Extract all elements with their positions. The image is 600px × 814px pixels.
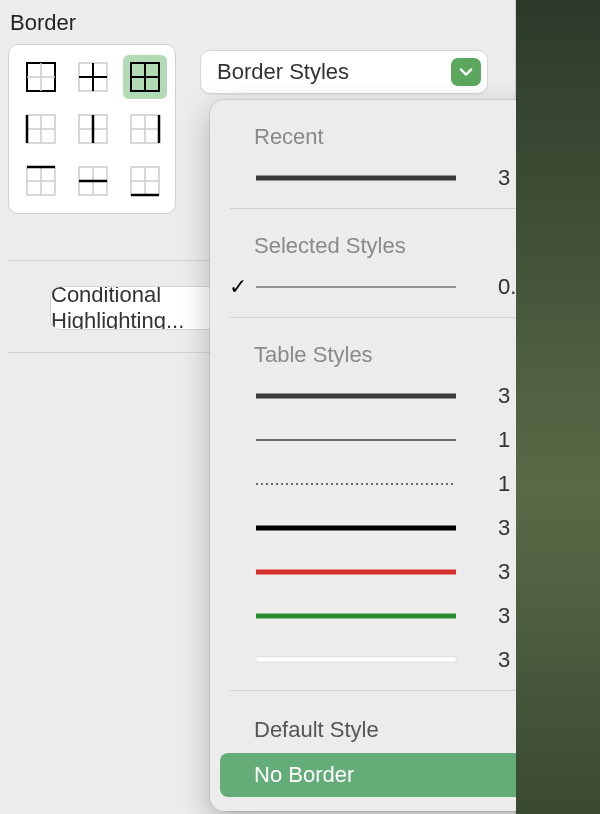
border-right-button[interactable] bbox=[123, 107, 167, 151]
line-preview bbox=[256, 386, 482, 406]
section-title: Border bbox=[10, 10, 515, 36]
border-top-button[interactable] bbox=[19, 159, 63, 203]
svg-rect-39 bbox=[256, 657, 456, 662]
line-preview bbox=[256, 474, 482, 494]
checkmark-icon: ✓ bbox=[224, 274, 252, 300]
border-bottom-button[interactable] bbox=[123, 159, 167, 203]
border-horizontal-center-button[interactable] bbox=[71, 159, 115, 203]
border-all-button[interactable] bbox=[123, 55, 167, 99]
border-vertical-center-button[interactable] bbox=[71, 107, 115, 151]
border-outline-button[interactable] bbox=[19, 55, 63, 99]
border-inside-button[interactable] bbox=[71, 55, 115, 99]
line-preview bbox=[256, 606, 482, 626]
border-panel: Border bbox=[0, 0, 516, 814]
dropdown-label: Border Styles bbox=[217, 59, 349, 85]
line-preview bbox=[256, 430, 482, 450]
conditional-button-label: Conditional Highlighting... bbox=[51, 286, 219, 330]
border-styles-dropdown[interactable]: Border Styles bbox=[200, 50, 488, 94]
chevron-down-icon bbox=[451, 58, 481, 86]
line-preview bbox=[256, 168, 482, 188]
no-border-label: No Border bbox=[254, 762, 354, 788]
line-preview bbox=[256, 277, 482, 297]
border-position-grid bbox=[8, 44, 176, 214]
border-left-button[interactable] bbox=[19, 107, 63, 151]
conditional-highlighting-button[interactable]: Conditional Highlighting... bbox=[50, 286, 220, 330]
line-preview bbox=[256, 562, 482, 582]
document-background-strip bbox=[516, 0, 600, 814]
line-preview bbox=[256, 518, 482, 538]
line-preview bbox=[256, 650, 482, 670]
